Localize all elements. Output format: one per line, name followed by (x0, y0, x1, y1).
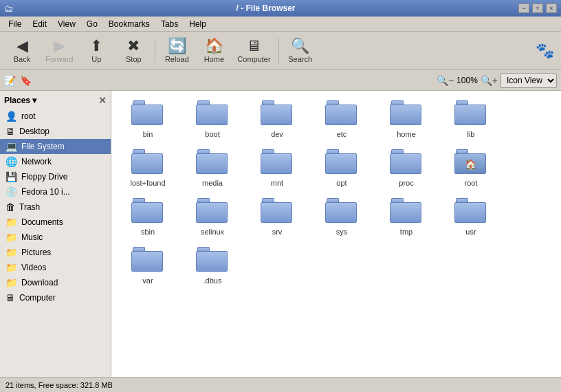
file-item-home[interactable]: home (375, 96, 437, 142)
sidebar-item-music[interactable]: 📁 Music (0, 230, 111, 245)
sidebar-icon: 💻 (6, 141, 17, 152)
file-name: mnt (271, 179, 283, 187)
file-name: sys (336, 228, 348, 236)
folder-icon (196, 100, 229, 128)
file-item-tmp[interactable]: tmp (375, 194, 437, 240)
zoom-out-button[interactable]: 🔍− (437, 75, 454, 86)
sidebar-item-videos[interactable]: 📁 Videos (0, 260, 111, 275)
file-name: boot (205, 130, 219, 138)
file-item-root[interactable]: root (440, 145, 502, 191)
close-button[interactable]: × (546, 3, 557, 13)
back-button[interactable]: ◀ Back (4, 34, 40, 67)
computer-button[interactable]: 🖥 Computer (233, 34, 274, 67)
sidebar-item-label: Music (21, 232, 43, 242)
file-item-bin[interactable]: bin (117, 96, 179, 142)
sidebar-icon: 📁 (6, 247, 17, 258)
sidebar-icon: 👤 (6, 111, 17, 122)
back-icon: ◀ (16, 39, 28, 54)
forward-button[interactable]: ▶ Forward (41, 34, 77, 67)
file-item-media[interactable]: media (182, 145, 243, 191)
menu-item-tabs[interactable]: Tabs (155, 18, 184, 30)
file-item-dev[interactable]: dev (246, 96, 308, 142)
minimize-button[interactable]: − (518, 3, 529, 13)
file-name: home (397, 130, 416, 138)
sidebar-item-label: Fedora 10 i... (21, 187, 70, 197)
file-item-etc[interactable]: etc (311, 96, 373, 142)
file-item-var[interactable]: var (117, 243, 179, 289)
home-icon: 🏠 (205, 39, 223, 54)
title-bar-icon: 🗂 (4, 3, 13, 14)
sidebar-close-button[interactable]: ✕ (98, 95, 107, 106)
sidebar-item-label: Documents (21, 217, 63, 227)
sidebar-icon: 📁 (6, 262, 17, 273)
menu-bar: FileEditViewGoBookmarksTabsHelp (0, 17, 561, 32)
folder-icon (131, 247, 164, 274)
file-name: bin (143, 130, 153, 138)
file-area: bin boot dev (111, 91, 561, 377)
sidebar-item-documents[interactable]: 📁 Documents (0, 215, 111, 230)
bookmark-icon[interactable]: 🔖 (20, 75, 32, 86)
toolbar-separator-1 (155, 39, 155, 63)
edit-location-icon[interactable]: 📝 (4, 75, 16, 86)
menu-item-view[interactable]: View (52, 18, 81, 30)
file-item-proc[interactable]: proc (375, 145, 437, 191)
file-item-sys[interactable]: sys (311, 194, 373, 240)
zoom-in-button[interactable]: 🔍+ (481, 75, 498, 86)
sidebar-icon: 📁 (6, 217, 17, 228)
stop-button[interactable]: ✖ Stop (116, 34, 151, 67)
home-button[interactable]: 🏠 Home (196, 34, 232, 67)
menu-item-help[interactable]: Help (184, 18, 212, 30)
menu-item-file[interactable]: File (3, 18, 27, 30)
window-controls: − + × (518, 3, 557, 13)
sidebar-item-trash[interactable]: 🗑 Trash (0, 199, 111, 215)
file-item-srv[interactable]: srv (246, 194, 308, 240)
maximize-button[interactable]: + (532, 3, 543, 13)
sidebar-item-fedora-10-i---[interactable]: 💿 Fedora 10 i... (0, 184, 111, 199)
up-button[interactable]: ⬆ Up (78, 34, 114, 67)
file-item-selinux[interactable]: selinux (182, 194, 243, 240)
folder-icon (390, 198, 423, 226)
folder-icon (131, 149, 164, 177)
reload-button[interactable]: 🔄 Reload (159, 34, 195, 67)
sidebar-item-floppy-drive[interactable]: 💾 Floppy Drive (0, 169, 111, 184)
search-button[interactable]: 🔍 Search (283, 34, 318, 67)
sidebar-item-label: Trash (19, 202, 40, 212)
status-bar: 21 items, Free space: 321.8 MB (0, 377, 561, 392)
sidebar-item-network[interactable]: 🌐 Network (0, 154, 111, 169)
file-item-lost+found[interactable]: lost+found (117, 145, 179, 191)
window-title: / - File Browser (13, 3, 518, 13)
file-item-mnt[interactable]: mnt (246, 145, 308, 191)
sidebar-header: Places ▾ ✕ (0, 94, 111, 109)
sidebar-item-download[interactable]: 📁 Download (0, 275, 111, 290)
file-name: media (202, 179, 223, 187)
file-item-sbin[interactable]: sbin (117, 194, 179, 240)
menu-item-bookmarks[interactable]: Bookmarks (103, 18, 155, 30)
sidebar-icon: 🌐 (6, 156, 17, 167)
file-item-opt[interactable]: opt (311, 145, 373, 191)
file-item-.dbus[interactable]: .dbus (182, 243, 243, 289)
file-name: dev (271, 130, 283, 138)
file-item-lib[interactable]: lib (440, 96, 502, 142)
stop-label: Stop (126, 55, 142, 63)
file-name: lib (467, 130, 474, 138)
sidebar-item-root[interactable]: 👤 root (0, 109, 111, 124)
sidebar-item-file-system[interactable]: 💻 File System (0, 139, 111, 154)
menu-item-go[interactable]: Go (81, 18, 103, 30)
sidebar-item-computer[interactable]: 🖥 Computer (0, 290, 111, 305)
menu-item-edit[interactable]: Edit (27, 18, 52, 30)
search-icon: 🔍 (291, 39, 309, 54)
file-item-boot[interactable]: boot (182, 96, 243, 142)
folder-icon (261, 198, 294, 226)
file-item-usr[interactable]: usr (440, 194, 502, 240)
sidebar-title: Places ▾ (4, 96, 36, 105)
file-name: opt (336, 179, 346, 187)
view-mode-select[interactable]: Icon View (500, 73, 557, 88)
up-icon: ⬆ (90, 39, 102, 54)
folder-icon (454, 149, 487, 177)
folder-icon (390, 149, 423, 177)
up-label: Up (91, 55, 101, 63)
file-name: etc (337, 130, 347, 138)
sidebar-item-desktop[interactable]: 🖥 Desktop (0, 124, 111, 139)
sidebar-item-pictures[interactable]: 📁 Pictures (0, 245, 111, 260)
file-name: tmp (400, 228, 412, 236)
